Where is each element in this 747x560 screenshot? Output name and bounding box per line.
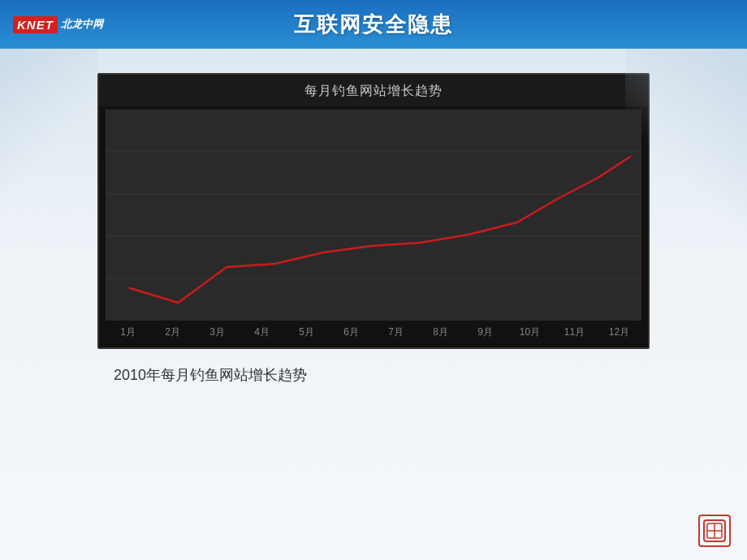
bg-right-decoration: [625, 49, 747, 252]
line-chart-svg: [106, 110, 641, 321]
brand-svg-icon: [702, 519, 727, 543]
x-axis: 1月 2月 3月 4月 5月 6月 7月 8月 9月 10月 11月 12月: [99, 321, 648, 347]
knet-logo: KNET: [13, 16, 58, 33]
x-label-5: 5月: [284, 325, 329, 339]
x-label-3: 3月: [195, 325, 240, 339]
x-label-12: 12月: [597, 325, 641, 339]
x-label-6: 6月: [329, 325, 374, 339]
chart-plot-area: [106, 110, 641, 321]
x-label-8: 8月: [418, 325, 463, 339]
header: KNET 北龙中网 互联网安全隐患: [0, 0, 747, 49]
bg-left-decoration: [0, 49, 97, 211]
x-label-1: 1月: [106, 325, 150, 339]
bottom-decoration: [698, 515, 731, 547]
chart-container: 每月钓鱼网站增长趋势 1月 2月 3月 4月 5月 6月 7月 8月 9月 10…: [97, 73, 650, 349]
x-label-7: 7月: [374, 325, 418, 339]
brand-icon: [698, 515, 731, 547]
chart-title: 每月钓鱼网站增长趋势: [99, 75, 648, 106]
x-label-2: 2月: [150, 325, 195, 339]
x-label-9: 9月: [463, 325, 507, 339]
logo-area: KNET 北龙中网: [13, 16, 103, 33]
chart-caption: 2010年每月钓鱼网站增长趋势: [114, 365, 307, 385]
x-label-4: 4月: [240, 325, 284, 339]
x-label-10: 10月: [507, 325, 552, 339]
page-title: 互联网安全隐患: [294, 11, 453, 39]
x-label-11: 11月: [552, 325, 597, 339]
logo-name: 北龙中网: [61, 17, 103, 32]
